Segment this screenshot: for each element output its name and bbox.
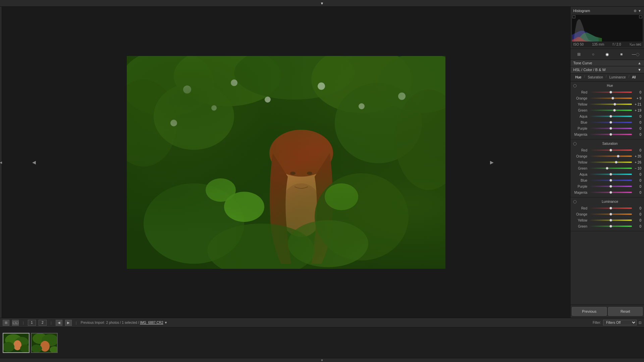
- hue-green-slider[interactable]: [589, 110, 632, 111]
- sat-purple-thumb[interactable]: [609, 185, 612, 188]
- sat-purple-slider[interactable]: [589, 186, 632, 187]
- tone-curve-collapse-icon[interactable]: ▲: [638, 61, 641, 65]
- heal-tool-icon[interactable]: ○: [589, 51, 597, 58]
- file-dropdown-icon[interactable]: ▼: [164, 321, 168, 324]
- hue-target-icon[interactable]: [573, 84, 577, 87]
- sat-yellow-slider[interactable]: [589, 162, 632, 163]
- loupe-view-btn[interactable]: ◱◱: [12, 320, 19, 326]
- shutter-value: ¹⁄₄₀₀ sec: [630, 43, 641, 46]
- graduated-filter-icon[interactable]: ■: [618, 51, 626, 58]
- reset-button[interactable]: Reset: [608, 307, 643, 316]
- lum-green-row: Green 0: [573, 224, 641, 229]
- hue-purple-label: Purple: [573, 127, 589, 130]
- sat-magenta-thumb[interactable]: [609, 191, 612, 194]
- filter-dropdown[interactable]: Filters Off Flagged Unflagged Rejected: [603, 320, 637, 325]
- lum-yellow-thumb[interactable]: [609, 219, 612, 222]
- sat-orange-thumb[interactable]: [617, 155, 620, 158]
- hue-green-thumb[interactable]: [613, 109, 616, 112]
- hue-blue-slider[interactable]: [589, 122, 632, 123]
- hue-magenta-thumb[interactable]: [609, 133, 612, 136]
- sat-blue-thumb[interactable]: [609, 179, 612, 182]
- sat-green-thumb[interactable]: [606, 167, 608, 170]
- page-1-input[interactable]: [28, 320, 36, 326]
- hue-yellow-slider[interactable]: [589, 104, 632, 105]
- saturation-slider-group: Saturation Red 0 Orange + 35: [571, 139, 644, 197]
- lum-orange-thumb[interactable]: [609, 213, 612, 216]
- filter-end-icon[interactable]: ⊡: [639, 321, 641, 324]
- tone-curve-section[interactable]: Tone Curve ▲: [571, 60, 644, 66]
- saturation-group-label: Saturation: [579, 142, 641, 145]
- sat-red-thumb[interactable]: [609, 149, 612, 152]
- lum-red-slider[interactable]: [589, 207, 632, 209]
- sat-blue-label: Blue: [573, 179, 589, 182]
- hue-aqua-slider[interactable]: [589, 116, 632, 117]
- lum-orange-label: Orange: [573, 213, 589, 216]
- sat-green-slider[interactable]: [589, 168, 632, 169]
- next-image-btn[interactable]: ▶: [490, 160, 494, 165]
- histogram-dropdown-icon[interactable]: ▼: [638, 9, 641, 13]
- lum-green-thumb[interactable]: [609, 225, 612, 228]
- sat-aqua-thumb[interactable]: [609, 173, 612, 176]
- filmstrip-thumbnails: [0, 327, 644, 358]
- hue-magenta-slider[interactable]: [589, 134, 632, 135]
- thumb1-svg: [3, 334, 30, 353]
- grid-view-btn[interactable]: ⊞: [3, 320, 9, 326]
- focal-value: 135 mm: [592, 43, 604, 46]
- crop-tool-icon[interactable]: ⊞: [575, 51, 583, 58]
- bottom-collapse-icon[interactable]: ▼: [321, 359, 324, 362]
- tab-hue[interactable]: Hue: [573, 75, 583, 80]
- lum-yellow-slider[interactable]: [589, 220, 632, 221]
- hue-green-row: Green + 19: [573, 108, 641, 113]
- adjustment-brush-icon[interactable]: —◌: [632, 51, 640, 58]
- sat-red-slider[interactable]: [589, 149, 632, 151]
- sat-magenta-slider[interactable]: [589, 192, 632, 193]
- page-2-input[interactable]: [39, 320, 47, 326]
- red-eye-tool-icon[interactable]: ◉: [603, 51, 611, 58]
- hue-red-slider[interactable]: [589, 92, 632, 93]
- lum-red-value: 0: [632, 206, 641, 210]
- hue-red-thumb[interactable]: [609, 91, 612, 94]
- hue-green-value: + 19: [632, 109, 641, 112]
- hue-purple-thumb[interactable]: [609, 127, 612, 130]
- sat-aqua-label: Aqua: [573, 173, 589, 176]
- lum-yellow-row: Yellow 0: [573, 218, 641, 223]
- bottom-arrow-bar[interactable]: ▼: [0, 358, 644, 362]
- hue-red-value: 0: [632, 90, 641, 94]
- file-name-link[interactable]: IMG_6887.CR2: [140, 321, 163, 324]
- top-arrow-icon: ▼: [320, 1, 324, 5]
- hue-aqua-thumb[interactable]: [609, 115, 612, 118]
- aperture-value: f / 2.0: [613, 43, 621, 46]
- thumbnail-1[interactable]: [3, 333, 30, 353]
- sat-blue-slider[interactable]: [589, 180, 632, 181]
- previous-button[interactable]: Previous: [572, 307, 607, 316]
- tab-all[interactable]: All: [630, 75, 638, 80]
- saturation-target-icon[interactable]: [573, 142, 577, 145]
- hue-orange-slider[interactable]: [589, 98, 632, 99]
- next-nav-btn[interactable]: ▶: [65, 320, 72, 326]
- lum-yellow-value: 0: [632, 219, 641, 222]
- thumbnail-2[interactable]: [31, 333, 58, 353]
- histogram-settings-icon[interactable]: ⚙: [634, 9, 637, 13]
- hue-yellow-thumb[interactable]: [613, 103, 616, 106]
- lum-orange-slider[interactable]: [589, 214, 632, 215]
- hue-orange-value: + 9: [632, 97, 641, 100]
- prev-image-btn[interactable]: ◀: [32, 160, 36, 165]
- iso-value: ISO 50: [573, 43, 584, 46]
- lum-red-thumb[interactable]: [609, 207, 612, 209]
- luminance-target-icon[interactable]: [573, 200, 577, 203]
- lum-green-slider[interactable]: [589, 226, 632, 227]
- prev-nav-btn[interactable]: ◀: [56, 320, 62, 326]
- right-panel: Histogram ⚙ ▼: [570, 7, 644, 318]
- filter-label: Filter:: [593, 321, 601, 324]
- hue-magenta-label: Magenta: [573, 133, 589, 136]
- sat-orange-slider[interactable]: [589, 156, 632, 157]
- hue-orange-thumb[interactable]: [611, 97, 614, 100]
- hue-blue-thumb[interactable]: [609, 121, 612, 124]
- hsl-section-header[interactable]: HSL / Color / B & W ▼: [571, 66, 644, 73]
- hue-purple-slider[interactable]: [589, 128, 632, 129]
- sat-aqua-slider[interactable]: [589, 174, 632, 175]
- tab-saturation[interactable]: Saturation: [586, 75, 605, 80]
- sat-yellow-value: + 26: [632, 161, 641, 164]
- tab-luminance[interactable]: Luminance: [607, 75, 628, 80]
- sat-yellow-thumb[interactable]: [615, 161, 618, 164]
